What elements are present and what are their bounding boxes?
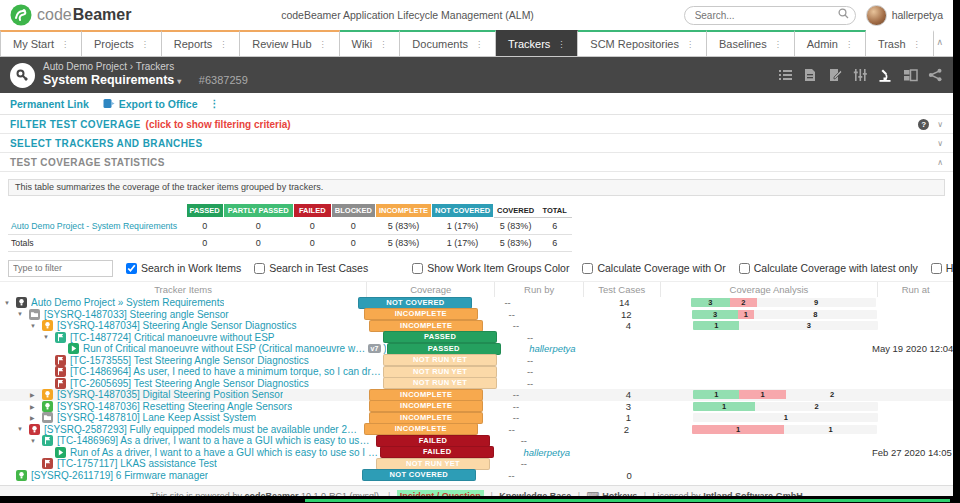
title-dropdown-icon[interactable]: ▾: [177, 77, 181, 86]
export-to-office-button[interactable]: Export to Office: [103, 98, 198, 110]
tab-admin[interactable]: Admin⋮: [795, 30, 866, 56]
tab-wiki[interactable]: Wiki⋮: [340, 30, 401, 56]
stats-tracker-link[interactable]: Auto Demo Project - System Requirements: [8, 218, 186, 235]
tracker-item-link[interactable]: Run of Critical manoeuvre without ESP (C…: [83, 343, 366, 354]
tracker-item-link[interactable]: [TC-1486964] As user, I need to have a m…: [70, 366, 381, 377]
username-label[interactable]: hallerpetya: [892, 9, 943, 21]
checkbox-search-in-test-cases[interactable]: Search in Test Cases: [254, 262, 368, 274]
tracker-item-link[interactable]: Auto Demo Project » System Requirements: [31, 297, 224, 308]
tab-menu-dots-icon[interactable]: ⋮: [319, 40, 327, 49]
tab-menu-dots-icon[interactable]: ⋮: [475, 40, 483, 49]
knowledge-base-link[interactable]: Knowledge Base: [499, 491, 571, 496]
tracker-key-icon[interactable]: [10, 63, 35, 88]
filter-sliders-icon[interactable]: [852, 68, 868, 83]
checkbox-calculate-coverage-with-or[interactable]: Calculate Coverage with Or: [582, 262, 725, 274]
search-icon[interactable]: [838, 8, 849, 19]
tab-menu-dots-icon[interactable]: ⋮: [379, 40, 387, 49]
tabbar-collapse-chevron-icon[interactable]: ∧: [936, 37, 943, 47]
tab-menu-dots-icon[interactable]: ⋮: [557, 40, 565, 49]
layout-table-icon[interactable]: [902, 68, 918, 83]
checkbox-search-in-work-items[interactable]: Search in Work Items: [126, 262, 241, 274]
checkbox-input-search-in-test-cases[interactable]: [254, 263, 265, 274]
tab-trackers[interactable]: Trackers⋮: [496, 30, 578, 56]
collapse-chevron-icon[interactable]: ∧: [937, 158, 943, 167]
tracker-item-link[interactable]: [TC-1573555] Test Steering Angle Sensor …: [70, 355, 309, 366]
codebeamer-logo[interactable]: codeBeamer: [10, 4, 131, 26]
expand-triangle-icon[interactable]: ▶: [30, 414, 42, 421]
tracker-item-link[interactable]: [TC-1486969] As a driver, I want to a ha…: [57, 435, 373, 446]
tab-menu-dots-icon[interactable]: ⋮: [219, 40, 227, 49]
tab-menu-dots-icon[interactable]: ⋮: [686, 40, 694, 49]
tracker-item-link[interactable]: [SYSRQ-2587293] Fully equipped models mu…: [44, 424, 361, 435]
share-icon[interactable]: [927, 68, 943, 83]
tree-filter-input[interactable]: [8, 260, 113, 277]
checkbox-input-calculate-coverage-with-or[interactable]: [582, 263, 593, 274]
list-icon[interactable]: [777, 68, 793, 83]
checkbox-show-work-item-groups-color[interactable]: Show Work Item Groups Color: [412, 262, 569, 274]
run-at-cell: Feb 27 2020 14:05: [872, 447, 953, 458]
tracker-item-link[interactable]: [TC-2605695] Test Steering Angle Sensor …: [70, 378, 309, 389]
tab-menu-dots-icon[interactable]: ⋮: [61, 40, 69, 49]
checkbox-input-search-in-work-items[interactable]: [126, 263, 137, 274]
help-icon[interactable]: ?: [918, 119, 929, 130]
tracker-item-link[interactable]: [SYSRQ-1487810] Lane Keep Assist System: [57, 412, 256, 423]
col-header-test-cases: Test Cases: [583, 282, 660, 297]
breadcrumb-section-link[interactable]: Trackers: [136, 61, 175, 72]
run-by-user-link[interactable]: hallerpetya: [529, 343, 575, 354]
tab-trash[interactable]: Trash⋮: [866, 30, 934, 56]
tab-documents[interactable]: Documents⋮: [400, 30, 496, 56]
project-header-bar: Auto Demo Project › Trackers System Requ…: [0, 57, 953, 93]
tab-menu-dots-icon[interactable]: ⋮: [774, 40, 782, 49]
hotkeys-link[interactable]: Hotkeys: [602, 491, 637, 496]
incident-question-link[interactable]: Incident / Question: [397, 490, 484, 496]
user-avatar[interactable]: [866, 5, 887, 26]
tab-menu-dots-icon[interactable]: ⋮: [845, 40, 853, 49]
checkbox-input-calculate-coverage-with-latest-only[interactable]: [739, 263, 750, 274]
checkbox-hide-incomplete-items[interactable]: Hide Incomplete Items: [931, 262, 953, 274]
tab-menu-dots-icon[interactable]: ⋮: [913, 40, 921, 49]
collapse-triangle-icon[interactable]: ▼: [4, 300, 16, 306]
permanent-link-button[interactable]: Permanent Link: [10, 98, 89, 110]
section-test-coverage-statistics[interactable]: TEST COVERAGE STATISTICS∧: [0, 153, 953, 172]
export-document-icon[interactable]: [802, 68, 818, 83]
expand-triangle-icon[interactable]: ▶: [30, 403, 42, 410]
collapse-triangle-icon[interactable]: ▼: [17, 311, 29, 317]
section-filter-test-coverage[interactable]: FILTER TEST COVERAGE(click to show filte…: [0, 115, 953, 134]
test-coverage-microscope-icon[interactable]: [877, 68, 893, 83]
collapse-triangle-icon[interactable]: ▼: [17, 426, 29, 432]
coverage-status-badge: INCOMPLETE: [369, 389, 483, 401]
section-select-trackers-and-branches[interactable]: SELECT TRACKERS AND BRANCHES∨: [0, 134, 953, 153]
tracker-item-link[interactable]: [SYSRQ-1487035] Digital Steering Positio…: [57, 389, 283, 400]
tab-my-start[interactable]: My Start⋮: [0, 30, 82, 56]
collapse-triangle-icon[interactable]: ▼: [43, 334, 55, 340]
breadcrumb-project-link[interactable]: Auto Demo Project: [43, 61, 127, 72]
checkbox-input-hide-incomplete-items[interactable]: [931, 263, 942, 274]
tab-menu-dots-icon[interactable]: ⋮: [141, 40, 149, 49]
tab-baselines[interactable]: Baselines⋮: [707, 30, 795, 56]
checkbox-input-show-work-item-groups-color[interactable]: [412, 263, 423, 274]
tracker-item-link[interactable]: [SYSRQ-2611719] 6 Firmware manager: [31, 470, 208, 481]
search-input[interactable]: [684, 6, 856, 25]
collapse-triangle-icon[interactable]: ▼: [30, 323, 42, 329]
col-header-coverage: Coverage: [366, 282, 494, 297]
expand-triangle-icon[interactable]: ▶: [30, 391, 42, 398]
more-actions-dots-icon[interactable]: ⋮: [210, 98, 220, 109]
run-by-user-link[interactable]: hallerpetya: [524, 447, 570, 458]
tab-scm-repositories[interactable]: SCM Repositories⋮: [578, 30, 707, 56]
edit-document-icon[interactable]: [827, 68, 843, 83]
tracker-item-link[interactable]: [SYSRQ-1487033] Steering angle Sensor: [44, 309, 229, 320]
tracker-item-link[interactable]: [TC-1487724] Critical manoeuvre without …: [70, 332, 275, 343]
tracker-item-link[interactable]: [SYSRQ-1487034] Steering Angle Sensor Di…: [57, 320, 297, 331]
expand-chevron-icon[interactable]: ∨: [937, 120, 943, 129]
tracker-item-link[interactable]: [SYSRQ-1487036] Resetting Steering Angle…: [57, 401, 292, 412]
tracker-item-link[interactable]: [TC-1757117] LKAS assistance Test: [57, 458, 217, 469]
checkbox-calculate-coverage-with-latest-only[interactable]: Calculate Coverage with latest only: [739, 262, 918, 274]
tab-projects[interactable]: Projects⋮: [82, 30, 162, 56]
expand-chevron-icon[interactable]: ∨: [937, 139, 943, 148]
tab-review-hub[interactable]: Review Hub⋮: [240, 30, 339, 56]
tab-reports[interactable]: Reports⋮: [162, 30, 241, 56]
collapse-triangle-icon[interactable]: ▼: [30, 438, 42, 444]
tracker-item-link[interactable]: Run of As a driver, I want to a have a G…: [70, 447, 379, 458]
tree-table-header: Tracker ItemsCoverageRun byTest CasesCov…: [0, 281, 953, 297]
tracker-title[interactable]: System Requirements▾ #6387259: [43, 73, 248, 89]
